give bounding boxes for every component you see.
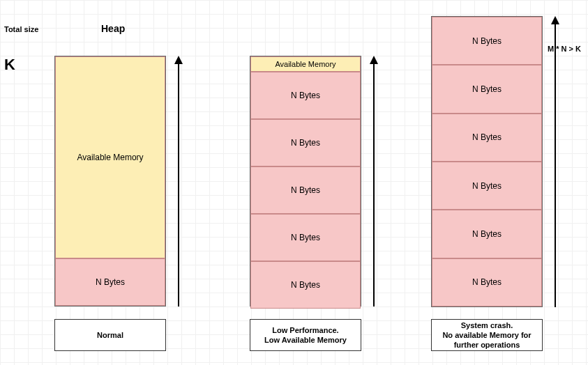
k-symbol: K xyxy=(4,56,15,74)
svg-marker-3 xyxy=(370,56,378,64)
n-bytes-block: N Bytes xyxy=(432,114,542,162)
stage-caption: Low Performance.Low Available Memory xyxy=(250,319,361,351)
stage-normal: Available Memory N Bytes Normal xyxy=(28,0,223,365)
growth-arrow xyxy=(548,16,562,307)
available-memory-block: Available Memory xyxy=(250,56,361,72)
n-bytes-block: N Bytes xyxy=(250,214,361,261)
n-bytes-block: N Bytes xyxy=(250,72,361,119)
n-bytes-block: N Bytes xyxy=(432,258,542,306)
heap-column: Available Memory N Bytes N Bytes N Bytes… xyxy=(250,56,361,306)
svg-marker-1 xyxy=(174,56,183,64)
heap-column: N Bytes N Bytes N Bytes N Bytes N Bytes … xyxy=(431,16,543,307)
n-bytes-block: N Bytes xyxy=(250,261,361,309)
stage-crash: N Bytes N Bytes N Bytes N Bytes N Bytes … xyxy=(405,0,588,365)
n-bytes-block: N Bytes xyxy=(432,17,542,65)
growth-arrow xyxy=(172,56,186,306)
available-memory-block: Available Memory xyxy=(55,56,165,258)
n-bytes-block: N Bytes xyxy=(55,258,165,306)
stage-caption: Normal xyxy=(54,319,166,351)
stage-low-performance: Available Memory N Bytes N Bytes N Bytes… xyxy=(223,0,419,365)
n-bytes-block: N Bytes xyxy=(432,65,542,113)
n-bytes-block: N Bytes xyxy=(250,166,361,214)
n-bytes-block: N Bytes xyxy=(250,119,361,166)
stage-caption: System crash.No available Memory forfurt… xyxy=(431,319,543,351)
growth-arrow xyxy=(367,56,381,306)
svg-marker-5 xyxy=(551,16,559,24)
n-bytes-block: N Bytes xyxy=(432,210,542,258)
n-bytes-block: N Bytes xyxy=(432,162,542,210)
heap-column: Available Memory N Bytes xyxy=(54,56,166,306)
